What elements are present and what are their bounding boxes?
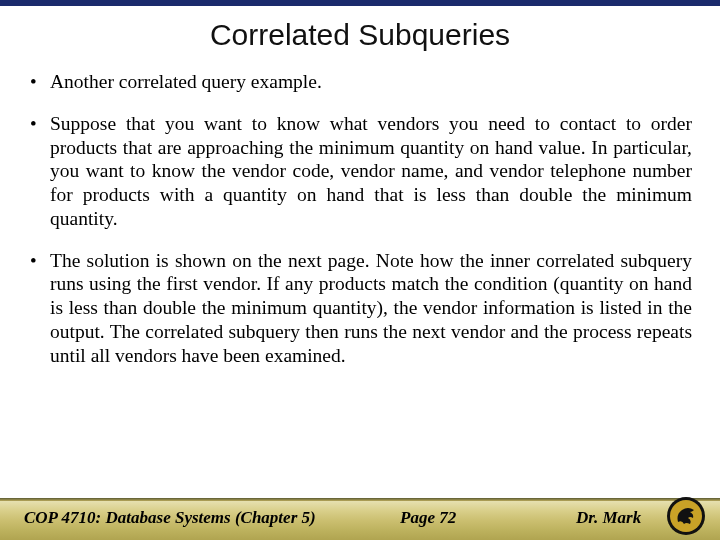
list-item: Another correlated query example. [28, 70, 692, 94]
slide-body: Another correlated query example. Suppos… [0, 70, 720, 368]
list-item: Suppose that you want to know what vendo… [28, 112, 692, 231]
footer-author: Dr. Mark [576, 508, 641, 528]
ucf-pegasus-logo-icon [666, 496, 706, 536]
list-item: The solution is shown on the next page. … [28, 249, 692, 368]
footer-page: Page 72 [400, 508, 456, 528]
slide-footer: COP 4710: Database Systems (Chapter 5) P… [0, 498, 720, 540]
top-accent-bar [0, 0, 720, 6]
slide-title: Correlated Subqueries [0, 18, 720, 52]
footer-course: COP 4710: Database Systems (Chapter 5) [24, 508, 316, 528]
bullet-list: Another correlated query example. Suppos… [28, 70, 692, 368]
